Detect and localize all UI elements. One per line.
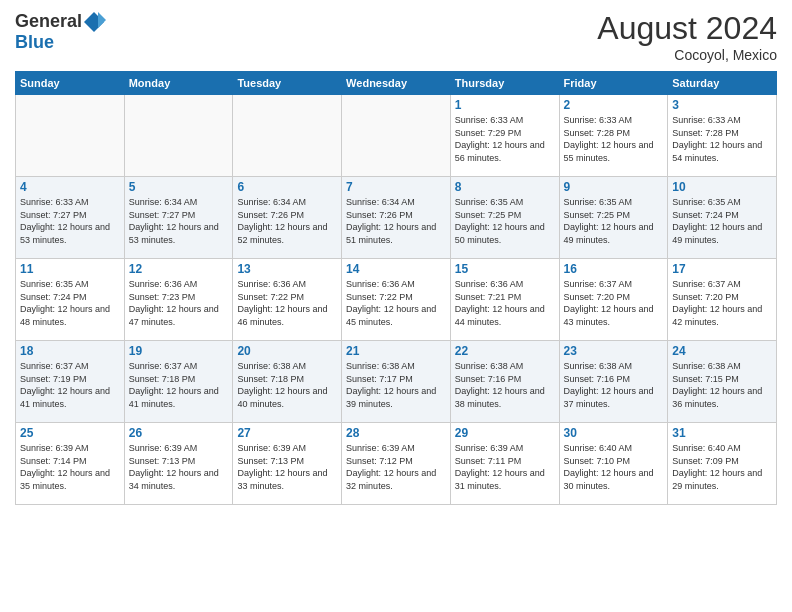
table-row: 14Sunrise: 6:36 AMSunset: 7:22 PMDayligh… <box>342 259 451 341</box>
day-info: Sunrise: 6:40 AMSunset: 7:09 PMDaylight:… <box>672 442 772 492</box>
table-row: 20Sunrise: 6:38 AMSunset: 7:18 PMDayligh… <box>233 341 342 423</box>
table-row: 23Sunrise: 6:38 AMSunset: 7:16 PMDayligh… <box>559 341 668 423</box>
day-number: 27 <box>237 426 337 440</box>
day-info: Sunrise: 6:33 AMSunset: 7:28 PMDaylight:… <box>564 114 664 164</box>
day-number: 3 <box>672 98 772 112</box>
table-row: 5Sunrise: 6:34 AMSunset: 7:27 PMDaylight… <box>124 177 233 259</box>
day-number: 5 <box>129 180 229 194</box>
day-number: 24 <box>672 344 772 358</box>
day-info: Sunrise: 6:37 AMSunset: 7:18 PMDaylight:… <box>129 360 229 410</box>
table-row: 10Sunrise: 6:35 AMSunset: 7:24 PMDayligh… <box>668 177 777 259</box>
table-row: 3Sunrise: 6:33 AMSunset: 7:28 PMDaylight… <box>668 95 777 177</box>
header-thursday: Thursday <box>450 72 559 95</box>
day-info: Sunrise: 6:38 AMSunset: 7:17 PMDaylight:… <box>346 360 446 410</box>
table-row: 26Sunrise: 6:39 AMSunset: 7:13 PMDayligh… <box>124 423 233 505</box>
day-number: 15 <box>455 262 555 276</box>
title-area: August 2024 Cocoyol, Mexico <box>597 10 777 63</box>
table-row: 16Sunrise: 6:37 AMSunset: 7:20 PMDayligh… <box>559 259 668 341</box>
day-number: 1 <box>455 98 555 112</box>
day-number: 19 <box>129 344 229 358</box>
day-info: Sunrise: 6:36 AMSunset: 7:23 PMDaylight:… <box>129 278 229 328</box>
calendar-week-4: 18Sunrise: 6:37 AMSunset: 7:19 PMDayligh… <box>16 341 777 423</box>
table-row: 1Sunrise: 6:33 AMSunset: 7:29 PMDaylight… <box>450 95 559 177</box>
day-info: Sunrise: 6:34 AMSunset: 7:26 PMDaylight:… <box>237 196 337 246</box>
day-number: 22 <box>455 344 555 358</box>
day-info: Sunrise: 6:39 AMSunset: 7:14 PMDaylight:… <box>20 442 120 492</box>
table-row: 28Sunrise: 6:39 AMSunset: 7:12 PMDayligh… <box>342 423 451 505</box>
table-row: 12Sunrise: 6:36 AMSunset: 7:23 PMDayligh… <box>124 259 233 341</box>
table-row: 9Sunrise: 6:35 AMSunset: 7:25 PMDaylight… <box>559 177 668 259</box>
table-row: 24Sunrise: 6:38 AMSunset: 7:15 PMDayligh… <box>668 341 777 423</box>
table-row: 22Sunrise: 6:38 AMSunset: 7:16 PMDayligh… <box>450 341 559 423</box>
day-number: 30 <box>564 426 664 440</box>
logo-icon <box>84 10 106 32</box>
day-number: 7 <box>346 180 446 194</box>
header-monday: Monday <box>124 72 233 95</box>
day-number: 13 <box>237 262 337 276</box>
day-number: 10 <box>672 180 772 194</box>
day-number: 29 <box>455 426 555 440</box>
day-number: 6 <box>237 180 337 194</box>
day-info: Sunrise: 6:38 AMSunset: 7:18 PMDaylight:… <box>237 360 337 410</box>
day-info: Sunrise: 6:37 AMSunset: 7:20 PMDaylight:… <box>564 278 664 328</box>
table-row: 19Sunrise: 6:37 AMSunset: 7:18 PMDayligh… <box>124 341 233 423</box>
day-number: 8 <box>455 180 555 194</box>
header-wednesday: Wednesday <box>342 72 451 95</box>
calendar-week-2: 4Sunrise: 6:33 AMSunset: 7:27 PMDaylight… <box>16 177 777 259</box>
day-info: Sunrise: 6:40 AMSunset: 7:10 PMDaylight:… <box>564 442 664 492</box>
day-number: 9 <box>564 180 664 194</box>
day-info: Sunrise: 6:36 AMSunset: 7:22 PMDaylight:… <box>237 278 337 328</box>
day-info: Sunrise: 6:39 AMSunset: 7:12 PMDaylight:… <box>346 442 446 492</box>
day-number: 31 <box>672 426 772 440</box>
day-number: 26 <box>129 426 229 440</box>
table-row: 2Sunrise: 6:33 AMSunset: 7:28 PMDaylight… <box>559 95 668 177</box>
calendar-header-row: Sunday Monday Tuesday Wednesday Thursday… <box>16 72 777 95</box>
day-info: Sunrise: 6:33 AMSunset: 7:28 PMDaylight:… <box>672 114 772 164</box>
header: General Blue August 2024 Cocoyol, Mexico <box>15 10 777 63</box>
svg-marker-1 <box>98 12 106 28</box>
table-row: 15Sunrise: 6:36 AMSunset: 7:21 PMDayligh… <box>450 259 559 341</box>
header-tuesday: Tuesday <box>233 72 342 95</box>
table-row <box>233 95 342 177</box>
table-row: 7Sunrise: 6:34 AMSunset: 7:26 PMDaylight… <box>342 177 451 259</box>
day-number: 12 <box>129 262 229 276</box>
day-info: Sunrise: 6:35 AMSunset: 7:24 PMDaylight:… <box>20 278 120 328</box>
day-number: 18 <box>20 344 120 358</box>
calendar-week-5: 25Sunrise: 6:39 AMSunset: 7:14 PMDayligh… <box>16 423 777 505</box>
month-year-title: August 2024 <box>597 10 777 47</box>
table-row: 13Sunrise: 6:36 AMSunset: 7:22 PMDayligh… <box>233 259 342 341</box>
table-row <box>124 95 233 177</box>
day-info: Sunrise: 6:38 AMSunset: 7:15 PMDaylight:… <box>672 360 772 410</box>
day-number: 21 <box>346 344 446 358</box>
table-row: 8Sunrise: 6:35 AMSunset: 7:25 PMDaylight… <box>450 177 559 259</box>
table-row: 25Sunrise: 6:39 AMSunset: 7:14 PMDayligh… <box>16 423 125 505</box>
table-row <box>342 95 451 177</box>
day-info: Sunrise: 6:35 AMSunset: 7:25 PMDaylight:… <box>455 196 555 246</box>
day-info: Sunrise: 6:37 AMSunset: 7:20 PMDaylight:… <box>672 278 772 328</box>
day-number: 11 <box>20 262 120 276</box>
day-info: Sunrise: 6:35 AMSunset: 7:25 PMDaylight:… <box>564 196 664 246</box>
day-number: 17 <box>672 262 772 276</box>
table-row: 21Sunrise: 6:38 AMSunset: 7:17 PMDayligh… <box>342 341 451 423</box>
day-number: 16 <box>564 262 664 276</box>
day-info: Sunrise: 6:38 AMSunset: 7:16 PMDaylight:… <box>455 360 555 410</box>
day-number: 20 <box>237 344 337 358</box>
header-sunday: Sunday <box>16 72 125 95</box>
day-number: 4 <box>20 180 120 194</box>
day-info: Sunrise: 6:39 AMSunset: 7:13 PMDaylight:… <box>129 442 229 492</box>
day-info: Sunrise: 6:34 AMSunset: 7:26 PMDaylight:… <box>346 196 446 246</box>
table-row: 17Sunrise: 6:37 AMSunset: 7:20 PMDayligh… <box>668 259 777 341</box>
day-info: Sunrise: 6:36 AMSunset: 7:22 PMDaylight:… <box>346 278 446 328</box>
calendar-week-3: 11Sunrise: 6:35 AMSunset: 7:24 PMDayligh… <box>16 259 777 341</box>
logo: General Blue <box>15 10 106 53</box>
day-info: Sunrise: 6:36 AMSunset: 7:21 PMDaylight:… <box>455 278 555 328</box>
table-row: 31Sunrise: 6:40 AMSunset: 7:09 PMDayligh… <box>668 423 777 505</box>
day-number: 28 <box>346 426 446 440</box>
table-row: 27Sunrise: 6:39 AMSunset: 7:13 PMDayligh… <box>233 423 342 505</box>
table-row: 18Sunrise: 6:37 AMSunset: 7:19 PMDayligh… <box>16 341 125 423</box>
table-row: 30Sunrise: 6:40 AMSunset: 7:10 PMDayligh… <box>559 423 668 505</box>
logo-blue: Blue <box>15 32 54 53</box>
day-info: Sunrise: 6:39 AMSunset: 7:13 PMDaylight:… <box>237 442 337 492</box>
day-info: Sunrise: 6:37 AMSunset: 7:19 PMDaylight:… <box>20 360 120 410</box>
logo-general: General <box>15 11 82 32</box>
